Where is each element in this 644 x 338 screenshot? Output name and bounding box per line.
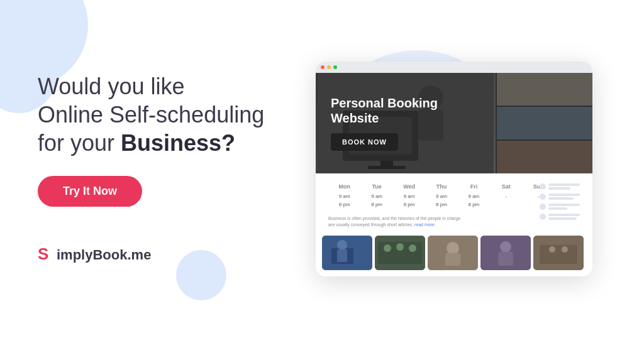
schedule-right-icons — [555, 183, 580, 227]
text-line-3b — [548, 207, 567, 210]
right-section: Personal Booking Website BOOK NOW Mon 9 … — [302, 62, 606, 276]
time-tue-am: 9 am — [360, 193, 392, 201]
schedule-col-thu: Thu 9 am 8 pm — [425, 183, 457, 209]
svg-point-18 — [447, 242, 459, 254]
day-wed: Wed — [393, 183, 425, 190]
browser-bar — [316, 62, 592, 73]
headline: Would you like Online Self-scheduling fo… — [38, 72, 289, 157]
content-wrapper: Would you like Online Self-scheduling fo… — [0, 0, 644, 338]
mockup-photos — [316, 236, 592, 276]
text-line-1b — [548, 187, 570, 190]
time-tue-pm: 8 pm — [360, 201, 392, 209]
photo-thumb-3 — [428, 236, 478, 270]
photo-thumb-5 — [533, 236, 584, 270]
time-mon-pm: 8 pm — [328, 201, 360, 209]
logo-dot-me: .me — [127, 247, 151, 263]
headline-line1: Would you like — [38, 74, 184, 99]
schedule-grid: Mon 9 am 8 pm Tue 9 am 8 pm Wed — [328, 183, 555, 209]
book-now-button[interactable]: BOOK NOW — [331, 133, 398, 151]
text-line-2b — [548, 197, 574, 200]
day-thu: Thu — [425, 183, 457, 190]
time-wed-am: 9 am — [393, 193, 425, 201]
text-line-2a — [548, 194, 580, 196]
try-it-now-button[interactable]: Try It Now — [38, 176, 142, 207]
device-mockup: Personal Booking Website BOOK NOW Mon 9 … — [316, 62, 592, 276]
photo-thumb-4 — [480, 236, 531, 270]
svg-point-25 — [549, 246, 555, 253]
read-more-link[interactable]: read more — [414, 222, 435, 227]
schedule-description: Business is often provided, and the hist… — [328, 215, 467, 228]
icon-row-1 — [540, 183, 580, 190]
icon-row-4 — [540, 214, 580, 220]
svg-rect-19 — [445, 253, 460, 266]
logo: S implyBook.me — [38, 244, 289, 266]
svg-text:S: S — [38, 244, 48, 262]
icon-circle-2 — [540, 194, 546, 200]
svg-point-15 — [396, 243, 404, 251]
time-sat-am: - — [490, 193, 522, 201]
text-lines-4 — [548, 214, 580, 220]
time-fri-pm: 8 pm — [458, 201, 490, 209]
icon-circle-4 — [540, 214, 546, 220]
day-sat: Sat — [490, 183, 522, 190]
text-line-3a — [548, 204, 580, 206]
svg-point-16 — [409, 244, 416, 252]
browser-dot-red — [321, 65, 325, 69]
icon-row-3 — [540, 204, 580, 210]
schedule-col-fri: Fri 9 am 8 pm — [458, 183, 490, 209]
hero-title: Personal Booking Website — [331, 95, 577, 126]
headline-line2: Online Self-scheduling — [38, 102, 264, 128]
icon-circle-1 — [540, 183, 546, 190]
time-wed-pm: 8 pm — [393, 201, 425, 209]
svg-rect-11 — [337, 249, 347, 262]
svg-rect-24 — [540, 245, 577, 264]
mockup-hero: Personal Booking Website BOOK NOW — [316, 73, 592, 173]
svg-point-26 — [562, 246, 568, 253]
day-mon: Mon — [328, 183, 360, 190]
svg-rect-22 — [498, 252, 513, 266]
headline-line3-regular: for your — [38, 130, 121, 156]
time-fri-am: 9 am — [458, 193, 490, 201]
browser-dot-yellow — [327, 65, 331, 69]
text-line-1a — [548, 183, 580, 186]
day-fri: Fri — [458, 183, 490, 190]
logo-symbol: S — [38, 244, 54, 266]
schedule-col-sat: Sat - — [490, 183, 522, 209]
logo-simply: implyBook — [57, 247, 127, 263]
schedule-section: Mon 9 am 8 pm Tue 9 am 8 pm Wed — [328, 183, 580, 227]
svg-point-10 — [337, 240, 347, 250]
text-lines-3 — [548, 204, 580, 210]
svg-point-21 — [500, 241, 511, 253]
schedule-col-mon: Mon 9 am 8 pm — [328, 183, 360, 209]
browser-dot-green — [333, 65, 337, 69]
logo-s-icon: S — [38, 244, 54, 262]
schedule-col-wed: Wed 9 am 8 pm — [393, 183, 425, 209]
text-lines-2 — [548, 194, 580, 200]
time-thu-am: 9 am — [425, 193, 457, 201]
headline-line3-bold: Business? — [121, 130, 235, 156]
photo-thumb-2 — [375, 236, 425, 270]
schedule-left: Mon 9 am 8 pm Tue 9 am 8 pm Wed — [328, 183, 555, 227]
schedule-col-tue: Tue 9 am 8 pm — [360, 183, 392, 209]
icon-circle-3 — [540, 204, 546, 210]
time-mon-am: 9 am — [328, 193, 360, 201]
mockup-schedule: Mon 9 am 8 pm Tue 9 am 8 pm Wed — [316, 173, 592, 235]
hero-overlay: Personal Booking Website BOOK NOW — [316, 73, 592, 173]
logo-text: implyBook.me — [57, 247, 151, 263]
hero-title-line1: Personal Booking — [331, 96, 438, 110]
icon-row-2 — [540, 194, 580, 200]
photo-thumb-1 — [322, 236, 372, 270]
time-thu-pm: 8 pm — [425, 201, 457, 209]
left-section: Would you like Online Self-scheduling fo… — [38, 72, 302, 266]
svg-point-14 — [384, 244, 391, 252]
day-tue: Tue — [360, 183, 392, 190]
text-lines-1 — [548, 183, 580, 190]
text-line-4b — [548, 217, 577, 220]
hero-title-line2: Website — [331, 111, 379, 125]
text-line-4a — [548, 214, 580, 216]
